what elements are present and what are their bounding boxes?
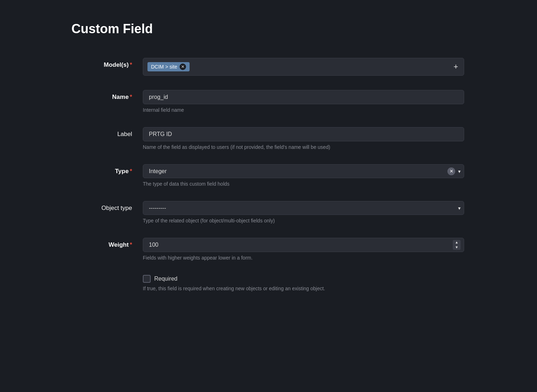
label-label: Label (71, 127, 143, 138)
required-checkbox-label: Required (154, 276, 177, 282)
object-type-field-group: --------- ▾ Type of the related object (… (143, 201, 464, 223)
models-label: Model(s)* (71, 58, 143, 69)
required-field-group: Required If true, this field is required… (143, 275, 464, 291)
label-row: Label Name of the field as displayed to … (71, 120, 464, 157)
name-input[interactable] (143, 90, 464, 104)
models-field-group: DCIM > site ✕ + (143, 58, 464, 76)
type-clear-button[interactable]: ✕ (447, 167, 455, 175)
weight-decrement-button[interactable]: ▼ (453, 245, 461, 250)
name-field-group: Internal field name (143, 90, 464, 113)
weight-increment-button[interactable]: ▲ (453, 240, 461, 245)
label-input[interactable] (143, 127, 464, 141)
type-hint: The type of data this custom field holds (143, 181, 464, 187)
weight-label: Weight* (71, 238, 143, 248)
label-hint: Name of the field as displayed to users … (143, 144, 464, 150)
label-field-group: Name of the field as displayed to users … (143, 127, 464, 150)
object-type-hint: Type of the related object (for object/m… (143, 218, 464, 223)
type-row: Type* Integer Text Boolean Date URL JSON… (71, 157, 464, 194)
model-tag-remove-button[interactable]: ✕ (180, 64, 186, 70)
name-label: Name* (71, 90, 143, 101)
weight-hint: Fields with higher weights appear lower … (143, 255, 464, 261)
weight-spinner: ▲ ▼ (453, 240, 461, 250)
models-input-container[interactable]: DCIM > site ✕ + (143, 58, 464, 76)
custom-field-form: Model(s)* DCIM > site ✕ + (71, 51, 464, 298)
object-type-select-container: --------- ▾ (143, 201, 464, 215)
model-tag-dcim-site: DCIM > site ✕ (147, 62, 190, 71)
type-select-container: Integer Text Boolean Date URL JSON Selec… (143, 164, 464, 178)
required-checkbox[interactable] (143, 275, 151, 283)
models-tags: DCIM > site ✕ (147, 62, 452, 71)
weight-field-group: ▲ ▼ Fields with higher weights appear lo… (143, 238, 464, 261)
required-checkbox-wrapper: Required (143, 275, 464, 283)
weight-input[interactable] (143, 238, 464, 252)
weight-row: Weight* ▲ ▼ Fields with higher weights a… (71, 231, 464, 268)
required-hint: If true, this field is required when cre… (143, 286, 464, 291)
name-row: Name* Internal field name (71, 83, 464, 120)
weight-input-container: ▲ ▼ (143, 238, 464, 252)
type-select[interactable]: Integer Text Boolean Date URL JSON Selec… (143, 164, 464, 178)
name-hint: Internal field name (143, 107, 464, 113)
models-row: Model(s)* DCIM > site ✕ + (71, 51, 464, 83)
required-row: Required If true, this field is required… (71, 268, 464, 298)
type-field-group: Integer Text Boolean Date URL JSON Selec… (143, 164, 464, 187)
page-title: Custom Field (71, 21, 464, 36)
models-add-button[interactable]: + (452, 62, 460, 71)
object-type-row: Object type --------- ▾ Type of the rela… (71, 194, 464, 231)
object-type-select[interactable]: --------- (143, 201, 464, 215)
type-label: Type* (71, 164, 143, 175)
object-type-label: Object type (71, 201, 143, 212)
